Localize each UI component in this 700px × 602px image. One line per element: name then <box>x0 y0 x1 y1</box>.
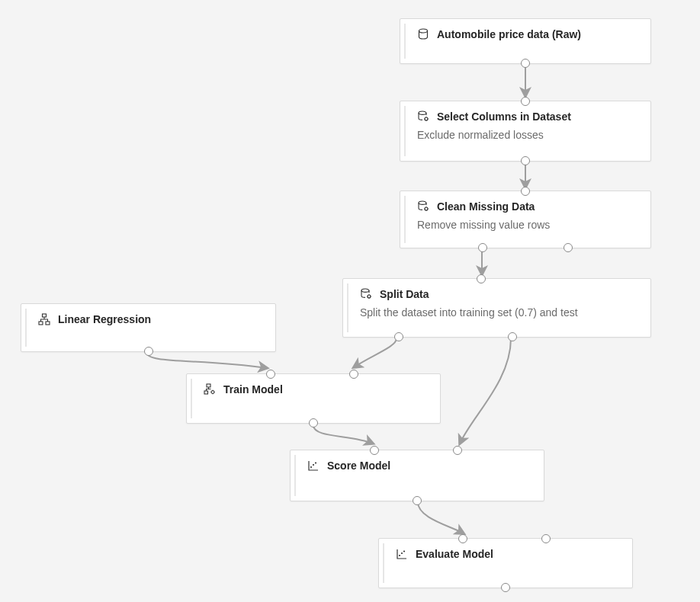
node-subtitle: Exclude normalized losses <box>417 129 638 141</box>
svg-point-16 <box>399 555 400 556</box>
node-score-model[interactable]: Score Model <box>290 450 544 501</box>
svg-rect-10 <box>207 384 210 387</box>
node-automobile-data[interactable]: Automobile price data (Raw) <box>400 18 651 64</box>
output-port[interactable] <box>501 583 510 592</box>
database-gear-icon <box>417 200 429 213</box>
svg-rect-7 <box>43 314 47 317</box>
node-title: Automobile price data (Raw) <box>437 28 581 40</box>
svg-point-15 <box>315 462 316 463</box>
node-linear-regression[interactable]: Linear Regression <box>21 303 276 352</box>
output-port-2[interactable] <box>508 332 517 341</box>
node-train-model[interactable]: Train Model <box>186 373 441 424</box>
output-port[interactable] <box>309 418 318 427</box>
node-select-columns[interactable]: Select Columns in Dataset Exclude normal… <box>400 101 651 162</box>
svg-point-14 <box>313 464 314 466</box>
node-title: Split Data <box>380 288 429 300</box>
output-port[interactable] <box>521 59 530 68</box>
node-title: Clean Missing Data <box>437 200 535 213</box>
svg-rect-8 <box>39 322 43 325</box>
svg-point-18 <box>403 550 405 552</box>
scatter-chart-icon <box>396 548 408 560</box>
svg-point-17 <box>401 552 403 554</box>
output-port-1[interactable] <box>394 332 403 341</box>
input-port[interactable] <box>521 187 530 196</box>
node-evaluate-model[interactable]: Evaluate Model <box>378 538 633 588</box>
node-title: Evaluate Model <box>416 548 493 560</box>
node-clean-missing-data[interactable]: Clean Missing Data Remove missing value … <box>400 191 651 248</box>
model-tree-gear-icon <box>204 383 216 395</box>
input-port[interactable] <box>477 274 486 283</box>
input-port-1[interactable] <box>458 534 467 543</box>
svg-point-1 <box>419 111 426 114</box>
svg-point-3 <box>419 201 426 204</box>
output-port-1[interactable] <box>478 243 487 252</box>
database-icon <box>417 28 429 40</box>
svg-rect-9 <box>46 322 50 325</box>
model-tree-icon <box>38 313 50 325</box>
svg-rect-11 <box>204 391 208 394</box>
output-port[interactable] <box>413 496 422 505</box>
node-split-data[interactable]: Split Data Split the dataset into traini… <box>342 278 651 338</box>
node-title: Score Model <box>327 460 390 472</box>
database-gear-icon <box>360 288 372 300</box>
input-port-2[interactable] <box>453 446 462 455</box>
input-port-2[interactable] <box>541 534 551 543</box>
pipeline-canvas[interactable]: Automobile price data (Raw) Select Colum… <box>0 0 700 602</box>
input-port[interactable] <box>521 97 530 106</box>
svg-point-0 <box>419 29 428 33</box>
svg-point-13 <box>310 466 312 468</box>
input-port-1[interactable] <box>370 446 379 455</box>
node-subtitle: Remove missing value rows <box>417 219 638 231</box>
input-port-1[interactable] <box>266 370 275 379</box>
output-port-2[interactable] <box>564 243 573 252</box>
database-gear-icon <box>417 110 429 123</box>
output-port[interactable] <box>521 156 530 165</box>
node-title: Linear Regression <box>58 313 151 325</box>
input-port-2[interactable] <box>349 370 358 379</box>
svg-point-5 <box>361 289 369 292</box>
node-subtitle: Split the dataset into training set (0.7… <box>360 306 638 319</box>
scatter-chart-icon <box>307 460 319 472</box>
node-title: Train Model <box>223 383 283 395</box>
node-title: Select Columns in Dataset <box>437 110 571 123</box>
output-port[interactable] <box>144 347 153 356</box>
